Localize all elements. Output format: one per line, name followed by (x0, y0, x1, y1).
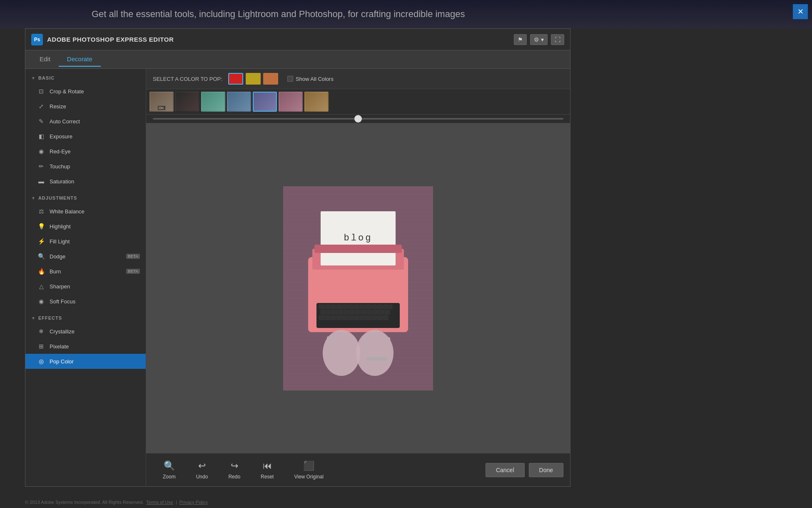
sidebar-item-white-balance[interactable]: ⚖ White Balance (25, 204, 146, 219)
undo-action[interactable]: ↩ Undo (186, 458, 219, 482)
burn-icon: 🔥 (37, 267, 45, 275)
svg-rect-24 (332, 310, 337, 314)
nav-tabs: Edit Decorate (25, 50, 570, 69)
sidebar-item-soft-focus[interactable]: ◉ Soft Focus (25, 294, 146, 309)
sidebar-item-pixelate[interactable]: ⊞ Pixelate (25, 339, 146, 354)
sidebar: ▼ BASIC ⊡ Crop & Rotate ⤢ Resize ✎ Auto … (25, 69, 146, 486)
show-all-colors[interactable]: Show All Colors (287, 76, 334, 82)
sidebar-item-touchup[interactable]: ✏ Touchup (25, 159, 146, 174)
effects-section: ▼ EFFECTS ❄ Crystallize ⊞ Pixelate ◎ Pop… (25, 312, 146, 369)
dodge-icon: 🔍 (37, 252, 45, 260)
basic-label: BASIC (38, 75, 55, 80)
color-swatches (228, 73, 278, 85)
fill-light-icon: ⚡ (37, 237, 45, 245)
svg-rect-40 (354, 315, 359, 320)
svg-rect-12 (336, 305, 341, 309)
sidebar-item-burn[interactable]: 🔥 Burn BETA (25, 264, 146, 279)
sidebar-item-exposure[interactable]: ◧ Exposure (25, 129, 146, 144)
slider-thumb[interactable] (354, 115, 362, 123)
right-panel: SELECT A COLOR TO POP: Show All Colors O… (146, 69, 570, 486)
soft-focus-icon: ◉ (37, 297, 45, 305)
thumbnail-2[interactable] (201, 92, 225, 112)
svg-rect-45 (383, 315, 388, 320)
tab-edit[interactable]: Edit (31, 52, 59, 67)
svg-rect-15 (354, 305, 359, 309)
svg-rect-20 (383, 305, 388, 309)
svg-rect-16 (360, 305, 365, 309)
crop-rotate-label: Crop & Rotate (50, 88, 84, 95)
flag-button[interactable]: ⚑ (514, 34, 527, 45)
sidebar-item-pop-color[interactable]: ◎ Pop Color (25, 354, 146, 369)
sidebar-item-crop-rotate[interactable]: ⊡ Crop & Rotate (25, 84, 146, 99)
sidebar-item-crystallize[interactable]: ❄ Crystallize (25, 324, 146, 339)
main-content: ▼ BASIC ⊡ Crop & Rotate ⤢ Resize ✎ Auto … (25, 69, 570, 486)
cancel-button[interactable]: Cancel (486, 463, 525, 477)
thumbnail-1[interactable] (175, 92, 199, 112)
sidebar-item-auto-correct[interactable]: ✎ Auto Correct (25, 114, 146, 129)
color-swatch-yellow[interactable] (246, 73, 261, 85)
footer-separator: | (176, 500, 177, 505)
color-swatch-red[interactable] (228, 73, 243, 85)
thumbnail-0[interactable]: Ori. (149, 92, 174, 112)
view-original-action[interactable]: ⬛ View Original (284, 458, 334, 482)
svg-rect-25 (338, 310, 343, 314)
svg-rect-11 (331, 305, 336, 309)
red-eye-label: Red-Eye (50, 148, 71, 155)
privacy-link[interactable]: Privacy Policy (179, 500, 208, 505)
white-balance-label: White Balance (50, 208, 85, 215)
soft-focus-label: Soft Focus (50, 298, 75, 305)
burn-beta-badge: BETA (126, 269, 140, 274)
crystallize-icon: ❄ (37, 327, 45, 335)
svg-rect-50 (338, 333, 342, 349)
sidebar-item-fill-light[interactable]: ⚡ Fill Light (25, 234, 146, 249)
adjustments-arrow: ▼ (31, 196, 36, 200)
sidebar-item-sharpen[interactable]: △ Sharpen (25, 279, 146, 294)
footer: © 2013 Adobe Systems Incorporated. All R… (25, 500, 208, 505)
effects-header[interactable]: ▼ EFFECTS (25, 312, 146, 324)
reset-action[interactable]: ⏮ Reset (251, 458, 284, 482)
main-image: blog (283, 186, 433, 390)
zoom-label: Zoom (163, 474, 176, 480)
show-all-checkbox[interactable] (287, 76, 293, 82)
thumbnail-4[interactable] (253, 92, 277, 112)
ps-logo: Ps (31, 34, 43, 45)
highlight-label: Highlight (50, 223, 71, 230)
svg-rect-57 (386, 337, 390, 349)
adjustments-section: ▼ ADJUSTMENTS ⚖ White Balance 💡 Highligh… (25, 192, 146, 309)
adjustments-header[interactable]: ▼ ADJUSTMENTS (25, 192, 146, 204)
burn-label: Burn (50, 268, 61, 275)
settings-button[interactable]: ⚙ ▾ (530, 34, 548, 45)
auto-correct-label: Auto Correct (50, 118, 80, 125)
done-button[interactable]: Done (529, 463, 563, 477)
fill-light-label: Fill Light (50, 238, 70, 245)
thumbnail-6[interactable] (304, 92, 329, 112)
sidebar-item-saturation[interactable]: ▬ Saturation (25, 174, 146, 189)
svg-rect-48 (327, 336, 331, 349)
svg-rect-35 (325, 315, 330, 320)
basic-header[interactable]: ▼ BASIC (25, 72, 146, 84)
sidebar-item-resize[interactable]: ⤢ Resize (25, 99, 146, 114)
sidebar-item-highlight[interactable]: 💡 Highlight (25, 219, 146, 234)
editor-window: Ps ADOBE PHOTOSHOP EXPRESS EDITOR ⚑ ⚙ ▾ … (25, 28, 570, 487)
svg-rect-10 (325, 305, 330, 309)
svg-rect-33 (385, 310, 390, 314)
resize-label: Resize (50, 103, 66, 110)
basic-section: ▼ BASIC ⊡ Crop & Rotate ⤢ Resize ✎ Auto … (25, 72, 146, 189)
svg-rect-26 (344, 310, 349, 314)
saturation-label: Saturation (50, 178, 74, 185)
show-all-text: Show All Colors (296, 76, 334, 82)
exposure-label: Exposure (50, 133, 72, 140)
effect-slider[interactable] (153, 118, 563, 120)
redo-action[interactable]: ↪ Redo (218, 458, 251, 482)
tab-decorate[interactable]: Decorate (59, 52, 101, 67)
zoom-action[interactable]: 🔍 Zoom (153, 458, 186, 482)
color-swatch-orange[interactable] (263, 73, 278, 85)
thumbnail-5[interactable] (279, 92, 303, 112)
close-button[interactable]: ✕ (793, 4, 808, 19)
sidebar-item-dodge[interactable]: 🔍 Dodge BETA (25, 249, 146, 264)
sidebar-item-red-eye[interactable]: ◉ Red-Eye (25, 144, 146, 159)
terms-link[interactable]: Terms of Use (146, 500, 173, 505)
fullscreen-button[interactable]: ⛶ (551, 34, 564, 45)
effects-label: EFFECTS (38, 315, 62, 320)
thumbnail-3[interactable] (227, 92, 251, 112)
